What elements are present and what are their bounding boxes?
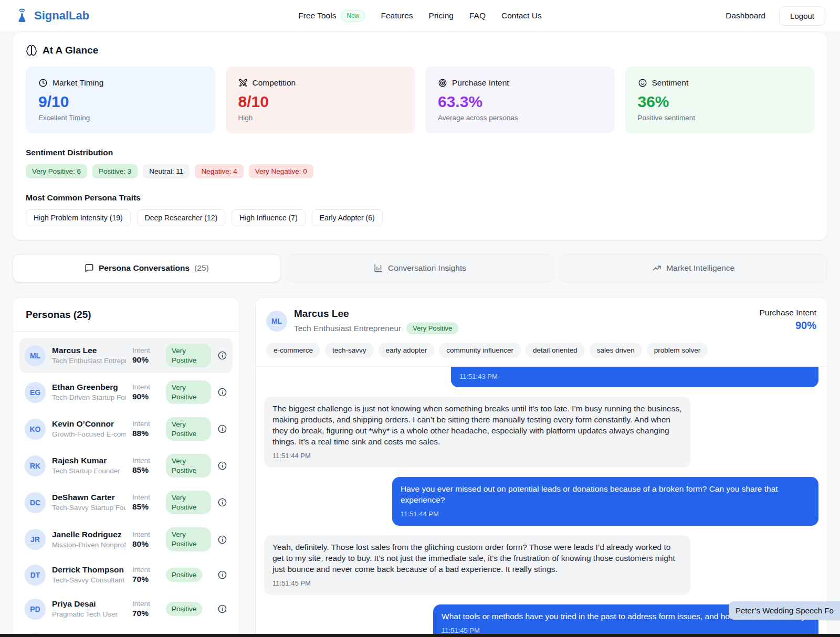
persona-tag: sales driven <box>590 343 642 358</box>
avatar: PD <box>25 599 46 620</box>
sentiment-badge: Very Positive <box>166 380 211 404</box>
avatar: DC <box>25 492 46 513</box>
metric-sub: Excellent Timing <box>38 114 203 122</box>
badge-positive: Positive: 3 <box>92 164 138 178</box>
nav-dashboard[interactable]: Dashboard <box>726 11 765 20</box>
intent-value: 85% <box>132 502 160 512</box>
persona-row-priya-desai[interactable]: PD Priya Desai Pragmatic Tech User Inten… <box>19 593 233 625</box>
avatar: JR <box>25 529 46 550</box>
content-row: Personas (25) ML Marcus Lee Tech Enthusi… <box>13 297 827 637</box>
message-text: The biggest challenge is just not knowin… <box>272 403 682 447</box>
persona-role: Tech Enthusiast Entrepr... <box>52 357 126 365</box>
persona-name: Marcus Lee <box>52 346 126 355</box>
trait-chip: High Influence (7) <box>232 209 306 226</box>
persona-traits-title: Most Common Persona Traits <box>26 193 814 203</box>
sentiment-badge: Positive <box>166 602 202 617</box>
tab-label: Persona Conversations <box>99 263 190 273</box>
info-icon[interactable] <box>217 604 227 614</box>
smiley-icon <box>638 78 647 88</box>
info-icon[interactable] <box>217 535 227 545</box>
nav-pricing[interactable]: Pricing <box>429 11 454 20</box>
intent-value: 85% <box>132 465 160 475</box>
intent-label: Intent <box>132 456 160 464</box>
sentiment-badge: Very Positive <box>166 491 211 514</box>
intent-label: Intent <box>132 493 160 501</box>
info-icon[interactable] <box>217 387 227 397</box>
persona-role: Tech-Savvy Startup Fou... <box>52 504 126 512</box>
nav-contact-us[interactable]: Contact Us <box>501 11 542 20</box>
conversation-persona-role: Tech Enthusiast Entrepreneur <box>294 324 401 333</box>
brand-name: SignalLab <box>34 9 89 23</box>
metric-sub: Positive sentiment <box>638 114 802 122</box>
intent-value: 90% <box>132 355 160 365</box>
info-icon[interactable] <box>217 351 227 360</box>
nav-free-tools[interactable]: Free Tools New <box>298 10 365 22</box>
signallab-logo-icon <box>15 8 29 24</box>
metric-sub: Average across personas <box>438 114 602 122</box>
intent-label: Intent <box>132 420 160 428</box>
new-badge: New <box>341 10 365 22</box>
intent-value: 70% <box>132 609 160 618</box>
metric-cards: Market Timing 9/10 Excellent Timing Comp… <box>26 67 814 133</box>
avatar: DT <box>25 565 46 586</box>
sentiment-badge: Very Positive <box>166 344 211 367</box>
badge-very-negative: Very Negative: 0 <box>249 164 313 178</box>
intent-label: Intent <box>132 566 160 574</box>
avatar: RK <box>25 455 46 476</box>
persona-traits-chips: High Problem Intensity (19) Deep Researc… <box>26 209 814 226</box>
tab-conversation-insights[interactable]: Conversation Insights <box>286 254 554 282</box>
persona-tag: tech-savvy <box>325 343 374 358</box>
conversation-header: ML Marcus Lee Tech Enthusiast Entreprene… <box>256 298 827 366</box>
persona-row-deshawn-carter[interactable]: DC DeShawn Carter Tech-Savvy Startup Fou… <box>19 485 233 520</box>
info-icon[interactable] <box>217 570 227 580</box>
intent-value: 88% <box>132 429 160 438</box>
metric-label: Sentiment <box>652 78 689 88</box>
nav-faq[interactable]: FAQ <box>469 11 486 20</box>
intent-label: Intent <box>132 346 160 354</box>
message-timestamp: 11:51:44 PM <box>401 508 810 519</box>
info-icon[interactable] <box>217 461 227 471</box>
persona-row-derrick-thompson[interactable]: DT Derrick Thompson Tech-Savvy Consultan… <box>19 559 233 591</box>
persona-row-rajesh-kumar[interactable]: RK Rajesh Kumar Tech Startup Founder Int… <box>19 448 233 483</box>
intent-value: 90% <box>132 392 160 401</box>
persona-tag: detail oriented <box>526 343 585 358</box>
nav-free-tools-label: Free Tools <box>298 11 336 20</box>
brand[interactable]: SignalLab <box>15 8 89 24</box>
persona-role: Mission-Driven Nonprofi... <box>52 541 126 549</box>
persona-row-ethan-greenberg[interactable]: EG Ethan Greenberg Tech-Driven Startup F… <box>19 375 233 410</box>
persona-row-janelle-rodriguez[interactable]: JR Janelle Rodriguez Mission-Driven Nonp… <box>19 522 233 557</box>
tab-persona-conversations[interactable]: Persona Conversations (25) <box>13 254 281 282</box>
sentiment-badge: Positive <box>166 568 202 582</box>
sentiment-badge: Very Positive <box>166 527 211 551</box>
trait-chip: Early Adopter (6) <box>312 209 383 226</box>
persona-row-kevin-oconnor[interactable]: KO Kevin O’Connor Growth-Focused E-com..… <box>19 411 233 447</box>
purchase-intent-label: Purchase Intent <box>759 308 816 317</box>
info-icon[interactable] <box>217 497 227 507</box>
intent-label: Intent <box>132 530 160 538</box>
brain-icon <box>26 45 37 56</box>
tab-market-intelligence[interactable]: Market Intelligence <box>559 254 827 282</box>
persona-row-marcus-lee[interactable]: ML Marcus Lee Tech Enthusiast Entrepr...… <box>19 338 233 373</box>
tab-label: Conversation Insights <box>388 263 466 273</box>
metric-label: Market Timing <box>52 78 103 88</box>
metric-sentiment: Sentiment 36% Positive sentiment <box>625 67 815 133</box>
nav-features[interactable]: Features <box>381 11 413 20</box>
persona-role: Tech-Driven Startup Fou... <box>52 394 126 402</box>
metric-value: 63.3% <box>438 93 602 111</box>
message-timestamp: 11:51:43 PM <box>459 371 810 382</box>
badge-negative: Negative: 4 <box>195 164 243 178</box>
clock-icon <box>38 78 48 88</box>
persona-name: Priya Desai <box>52 599 126 609</box>
chat-messages: 11:51:43 PM The biggest challenge is jus… <box>256 366 827 637</box>
autofill-tooltip: Peter’s Wedding Speech Fo <box>729 601 840 620</box>
logout-button[interactable]: Logout <box>779 6 825 26</box>
top-nav: SignalLab Free Tools New Features Pricin… <box>0 0 840 31</box>
info-icon[interactable] <box>217 424 227 434</box>
persona-tag: problem solver <box>647 343 708 358</box>
chat-message-outgoing: Have you ever missed out on potential le… <box>392 477 818 526</box>
sentiment-badge: Very Positive <box>166 417 211 441</box>
persona-role: Growth-Focused E-com... <box>52 430 126 439</box>
intent-value: 70% <box>132 575 160 584</box>
swords-icon <box>238 78 248 88</box>
persona-name: DeShawn Carter <box>52 493 126 502</box>
